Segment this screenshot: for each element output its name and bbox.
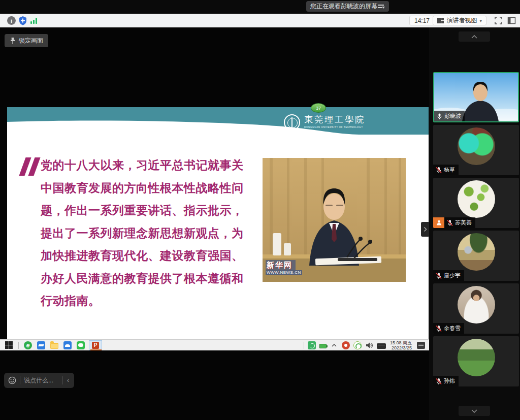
- view-mode-label: 演讲者视图: [446, 16, 477, 25]
- wechat-icon: [77, 341, 85, 349]
- avatar: [458, 180, 495, 218]
- taskbar-clock-date: 2022/3/25: [390, 345, 412, 350]
- netdisk-cloud-icon: [63, 341, 72, 349]
- view-mode-button[interactable]: 演讲者视图 ▾: [433, 16, 486, 25]
- slide-header-band: 東莞理工學院 DONGGUAN UNIVERSITY OF TECHNOLOGY: [7, 107, 429, 135]
- avatar: [458, 127, 495, 165]
- tray-red-app-icon: [342, 341, 350, 349]
- chat-divider: [20, 376, 20, 384]
- watching-banner: 您正在观看彭晓波的屏幕: [306, 1, 389, 12]
- info-icon[interactable]: i: [7, 16, 16, 25]
- tray-safe-icon: [353, 341, 362, 349]
- participant-tile-yangcao[interactable]: 杨草: [433, 125, 519, 175]
- avatar: [458, 339, 495, 376]
- file-explorer-icon: [50, 343, 58, 349]
- participant-name: 杨草: [444, 166, 455, 174]
- caret-down-icon: ▾: [479, 18, 482, 23]
- powerpoint-taskbar-button: P: [89, 340, 102, 350]
- participant-name: 唐少宇: [444, 272, 461, 279]
- chat-bar: 说点什么... ‹: [4, 373, 74, 388]
- university-logo: 東莞理工學院 DONGGUAN UNIVERSITY OF TECHNOLOGY: [284, 114, 417, 131]
- slide-page-badge: 37: [311, 103, 326, 113]
- mic-muted-icon: [436, 272, 442, 279]
- tray-keyboard-icon: [377, 343, 386, 349]
- participant-tile-tangshaoyu[interactable]: 唐少宇: [433, 231, 519, 281]
- host-badge-icon: [433, 217, 444, 228]
- university-emblem-icon: [284, 114, 300, 131]
- chat-divider: [62, 376, 62, 384]
- powerpoint-icon: P: [92, 342, 99, 349]
- watching-banner-text: 您正在观看彭晓波的屏幕: [310, 2, 377, 11]
- windows-taskbar: e P 15:08 周五 2022/3/25: [0, 339, 429, 350]
- taskbar-separator: [18, 342, 19, 349]
- top-strip: 您正在观看彭晓波的屏幕: [0, 0, 520, 14]
- fullscreen-icon[interactable]: [494, 16, 503, 25]
- meeting-window: 您正在观看彭晓波的屏幕 i 14:17 演讲者视图 ▾ 锁定画面: [0, 0, 520, 420]
- participant-name: 孙炜: [444, 377, 455, 385]
- participant-tile-sumeishan[interactable]: 苏美善: [433, 178, 519, 228]
- system-tray: 15:08 周五 2022/3/25: [299, 340, 429, 351]
- pin-icon: [10, 37, 16, 45]
- tray-sync-icon: [308, 341, 316, 349]
- university-name-en: DONGGUAN UNIVERSITY OF TECHNOLOGY: [304, 126, 363, 128]
- university-name-cn: 東莞理工學院: [304, 114, 417, 125]
- slide-quote-text: 党的十八大以来，习近平总书记就事关 中国教育发展的方向性根本性战略性问 题，作出…: [41, 154, 254, 312]
- meeting-time-label: 14:17: [409, 16, 435, 25]
- chat-input[interactable]: 说点什么...: [24, 376, 58, 385]
- mic-muted-icon: [436, 167, 442, 174]
- sidebar-expand-handle[interactable]: [421, 222, 430, 237]
- photo-watermark: 新华网 WWW.NEWS.CN: [266, 260, 302, 275]
- avatar: [458, 233, 495, 271]
- emoji-icon[interactable]: [8, 376, 16, 384]
- avatar: [458, 286, 495, 324]
- participant-name: 彭晓波: [444, 112, 461, 120]
- tray-battery-icon: [319, 344, 327, 348]
- watermark-name: 新华网: [266, 260, 296, 270]
- windows-start-icon: [5, 341, 13, 349]
- mic-muted-icon: [447, 219, 453, 227]
- network-signal-icon[interactable]: [29, 16, 39, 25]
- participant-name: 苏美善: [455, 219, 472, 227]
- tray-volume-icon: [365, 341, 373, 349]
- participants-sidebar: 彭晓波 杨草: [429, 27, 520, 420]
- participant-tile-pengxiaobo[interactable]: 彭晓波: [433, 72, 519, 122]
- tray-notes-icon: [417, 342, 425, 349]
- participant-tile-sunwei[interactable]: 孙炜: [433, 336, 519, 386]
- leader-photo: 新华网 WWW.NEWS.CN: [263, 158, 406, 282]
- watermark-url: WWW.NEWS.CN: [266, 270, 302, 275]
- blue-app-icon: [37, 341, 45, 349]
- shared-slide: 東莞理工學院 DONGGUAN UNIVERSITY OF TECHNOLOGY…: [7, 107, 429, 339]
- chat-collapse-icon[interactable]: ‹: [66, 377, 70, 384]
- tray-separator: [304, 342, 304, 349]
- banner-menu-icon[interactable]: [378, 4, 385, 10]
- sidebar-collapse-button[interactable]: [459, 31, 490, 42]
- layout-icon: [437, 18, 444, 23]
- lock-view-label: 锁定画面: [19, 37, 43, 45]
- mic-muted-icon: [436, 378, 442, 385]
- browser-icon: e: [24, 341, 32, 349]
- participant-name: 余春雪: [444, 325, 461, 332]
- toggle-sidebar-icon[interactable]: [507, 16, 516, 25]
- mic-icon: [437, 113, 442, 120]
- taskbar-clock-time: 15:08 周五: [390, 340, 412, 345]
- taskbar-clock: 15:08 周五 2022/3/25: [390, 340, 412, 350]
- participant-tile-yuchunxue[interactable]: 余春雪: [433, 283, 519, 334]
- lock-view-button[interactable]: 锁定画面: [5, 34, 48, 47]
- quote-mark: [20, 157, 43, 176]
- tray-expand-icon: [330, 341, 338, 349]
- mic-muted-icon: [436, 325, 442, 332]
- scroll-down-button[interactable]: [459, 406, 490, 416]
- security-shield-icon[interactable]: [18, 16, 27, 25]
